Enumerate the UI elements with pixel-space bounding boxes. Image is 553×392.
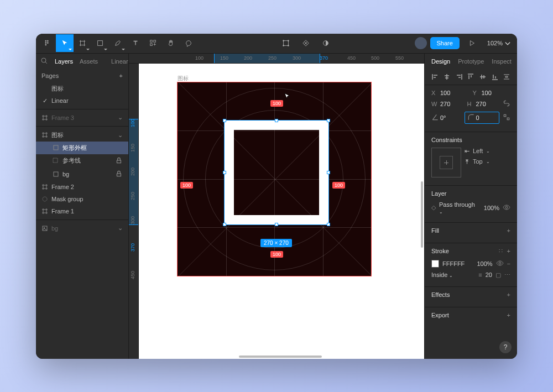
resize-handle-e[interactable] [327, 171, 330, 174]
stroke-visibility-icon[interactable] [496, 259, 504, 268]
distance-top: 100 [270, 100, 283, 107]
artboard-label: 图标 [178, 75, 189, 82]
resize-handle-w[interactable] [223, 171, 226, 174]
resources-tool[interactable] [144, 34, 162, 52]
help-button[interactable]: ? [499, 341, 512, 353]
stroke-style-button[interactable]: ∷ [499, 248, 503, 255]
ruler-vertical[interactable]: 100 150 200 250 300 370 450 [129, 64, 139, 359]
page-item[interactable]: 图标 [36, 82, 128, 95]
cursor [284, 92, 291, 102]
svg-point-26 [505, 206, 508, 208]
artboard[interactable]: 图标 [178, 82, 371, 276]
layer-icon-frame[interactable]: 图标 ⌄ [36, 129, 128, 142]
stroke-section: Stroke ∷ + FFFFFF 100% − Inside ⌄ ≡ [425, 243, 517, 287]
blend-mode[interactable]: Pass through ⌄ [439, 201, 481, 215]
h-field[interactable]: H270 [467, 101, 500, 107]
resize-handle-s[interactable] [275, 223, 278, 226]
distribute-button[interactable] [502, 72, 511, 81]
layer-bg[interactable]: bg [36, 168, 128, 181]
share-button[interactable]: Share [430, 37, 460, 49]
stroke-color-swatch[interactable] [431, 260, 439, 268]
layer-name: 参考线 [62, 156, 81, 165]
distance-left: 100 [180, 182, 193, 189]
stroke-advanced-button[interactable]: ⋯ [504, 271, 510, 279]
layer-opacity[interactable]: 100% [484, 205, 499, 211]
svg-rect-7 [154, 40, 156, 43]
edit-object-tool[interactable] [277, 34, 295, 52]
ruler-horizontal[interactable]: 100 150 200 250 300 370 450 500 550 [129, 54, 424, 64]
layer-frame1[interactable]: Frame 1 [36, 205, 128, 217]
svg-point-11 [288, 40, 289, 41]
constraint-diagram[interactable] [431, 148, 461, 177]
hand-tool[interactable] [162, 34, 180, 52]
pen-tool[interactable] [109, 34, 127, 52]
align-center-v-button[interactable] [478, 72, 487, 81]
resize-handle-nw[interactable] [223, 119, 226, 122]
search-icon[interactable] [40, 57, 48, 66]
page-check: ✓ [41, 97, 48, 104]
align-bottom-button[interactable] [491, 72, 499, 81]
zoom-dropdown[interactable]: 102% [484, 39, 515, 47]
ruler-tick: 150 [220, 55, 228, 61]
stroke-position[interactable]: Inside ⌄ [431, 271, 475, 278]
resize-handle-se[interactable] [327, 223, 330, 226]
stroke-color-hex[interactable]: FFFFFF [442, 260, 473, 267]
stroke-side-button[interactable]: ▢ [495, 271, 501, 279]
right-panel-tabs: Design Prototype Inspect [425, 54, 517, 69]
radius-field[interactable]: 0 [465, 112, 500, 124]
present-button[interactable] [463, 34, 481, 52]
resize-handle-sw[interactable] [223, 223, 226, 226]
shape-tool[interactable] [91, 34, 109, 52]
tab-layers[interactable]: Layers [55, 58, 73, 65]
tab-inspect[interactable]: Inspect [492, 58, 511, 65]
scrollbar-vertical[interactable] [421, 181, 423, 248]
tab-prototype[interactable]: Prototype [458, 58, 484, 65]
move-tool[interactable] [56, 34, 74, 52]
play-icon [468, 39, 476, 47]
chevron-icon: ⌄ [118, 132, 123, 139]
align-right-button[interactable] [455, 72, 463, 81]
remove-stroke-button[interactable]: − [507, 260, 510, 267]
text-tool[interactable] [127, 34, 144, 52]
layer-frame2[interactable]: Frame 2 [36, 181, 128, 193]
layer-rect-outline[interactable]: 矩形外框 [36, 142, 128, 154]
menu-button[interactable] [38, 34, 56, 52]
stroke-opacity[interactable]: 100% [477, 260, 492, 267]
independent-corners-icon[interactable] [503, 113, 510, 122]
user-avatar[interactable] [415, 37, 427, 49]
link-dimensions-icon[interactable] [503, 100, 510, 108]
mask-tool[interactable] [317, 34, 335, 52]
x-field[interactable]: X100 [431, 90, 469, 96]
constraint-vertical[interactable]: ⇤Top⌄ [465, 158, 510, 165]
ruler-tick: 450 [347, 55, 356, 61]
comment-tool[interactable] [180, 34, 197, 52]
tab-design[interactable]: Design [431, 58, 450, 65]
add-stroke-button[interactable]: + [507, 248, 510, 255]
component-tool[interactable] [297, 34, 315, 52]
frame-tool[interactable] [74, 34, 91, 52]
add-page-button[interactable]: + [119, 72, 123, 79]
add-effect-button[interactable]: + [507, 291, 510, 298]
viewport[interactable]: 图标 [139, 64, 424, 359]
align-left-button[interactable] [431, 72, 440, 81]
align-top-button[interactable] [466, 72, 475, 81]
tab-assets[interactable]: Assets [80, 58, 98, 65]
layer-mask-group[interactable]: Mask group [36, 193, 128, 205]
resize-handle-ne[interactable] [327, 119, 330, 122]
resize-handle-n[interactable] [275, 119, 278, 122]
scrollbar-horizontal[interactable] [239, 356, 322, 358]
layer-guides[interactable]: 参考线 [36, 154, 128, 168]
add-fill-button[interactable]: + [507, 227, 510, 234]
stroke-width[interactable]: 20 [486, 271, 492, 278]
visibility-icon[interactable] [503, 203, 510, 212]
y-field[interactable]: Y100 [473, 90, 511, 96]
layer-frame3[interactable]: Frame 3 ⌄ [36, 112, 128, 124]
layer-name: Frame 3 [51, 114, 74, 121]
add-export-button[interactable]: + [507, 312, 510, 318]
w-field[interactable]: W270 [431, 101, 464, 107]
page-item[interactable]: ✓ Linear [36, 95, 128, 107]
layer-bg-image[interactable]: bg ⌄ [36, 222, 128, 234]
rotation-field[interactable]: 0° [431, 113, 461, 122]
align-center-h-button[interactable] [442, 72, 451, 81]
constraint-horizontal[interactable]: ⇤Left⌄ [465, 148, 510, 155]
